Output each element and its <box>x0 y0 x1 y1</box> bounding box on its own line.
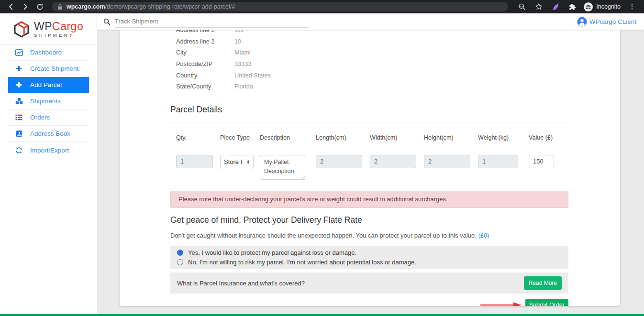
address-row-label: Address line 2 <box>176 38 234 45</box>
add-parcel-card: Address line 1 111 Address line 2 10 Cit… <box>120 30 620 306</box>
sidebar-item-address-book[interactable]: Address Book <box>8 126 89 142</box>
address-row-value: 33333 <box>234 61 251 67</box>
avatar-icon <box>577 17 587 27</box>
cargo-box-logo-icon <box>11 19 32 39</box>
address-row-label: Country <box>176 72 234 79</box>
address-row-label: State/County <box>176 83 234 90</box>
address-bar[interactable]: wpcargo.com/demo/wpcargo-shipping-rate/w… <box>52 2 508 11</box>
insurance-option-label: No, I'm not willing to risk my parcel. I… <box>188 259 416 266</box>
address-row-value: United States <box>234 72 271 79</box>
feather-extension-icon[interactable] <box>550 1 561 12</box>
page-background: Address line 1 111 Address line 2 10 Cit… <box>97 30 644 314</box>
column-header: Length(cm) <box>316 134 370 141</box>
insurance-subtitle-text: Don't get caught without insurance shoul… <box>170 232 477 239</box>
parcel-input-row: Store I ▲▼ My Pallet Description <box>170 155 568 181</box>
radio-unselected-icon[interactable] <box>177 259 183 265</box>
list-icon <box>15 114 23 120</box>
insurance-option-no[interactable]: No, I'm not willing to risk my parcel. I… <box>177 258 562 267</box>
column-header: Description <box>260 134 316 141</box>
sidebar-item-create-shipment[interactable]: Create Shipment <box>8 61 89 77</box>
incognito-icon <box>585 4 591 10</box>
plus-icon <box>15 82 23 88</box>
sidebar-item-label: Address Book <box>30 130 70 137</box>
column-header: Value (£) <box>529 134 563 141</box>
address-row-label: Address line 1 <box>176 30 234 33</box>
search-icon <box>103 18 111 25</box>
address-row: Address line 1 111 <box>176 30 568 36</box>
user-name: WPcargo CLient <box>589 18 636 25</box>
sidebar-item-add-parcel[interactable]: Add Parcel <box>8 77 89 93</box>
sidebar-item-label: Dashboard <box>30 49 62 56</box>
browser-menu-icon[interactable] <box>627 1 637 12</box>
zoom-icon[interactable] <box>517 1 527 12</box>
sidebar-item-label: Create Shipment <box>30 65 78 72</box>
width-input[interactable] <box>370 155 416 168</box>
sidebar: WPCargo SHIPMENT Dashboard Create Shipme… <box>0 13 97 314</box>
read-more-button[interactable]: Read More <box>524 276 562 290</box>
insurance-subtitle: Don't get caught without insurance shoul… <box>170 232 568 239</box>
sidebar-item-label: Add Parcel <box>30 81 62 88</box>
sidebar-item-import-export[interactable]: Import/Export <box>8 142 89 158</box>
address-row: City Miami <box>176 47 568 58</box>
annotation-arrow-icon <box>480 302 522 306</box>
submit-row: Submit Order <box>170 299 568 306</box>
boxes-icon <box>15 98 23 105</box>
qty-input[interactable] <box>176 155 213 168</box>
value-input[interactable] <box>529 155 554 168</box>
lock-icon <box>57 4 63 10</box>
address-row: Postcode/ZIP 33333 <box>176 58 568 70</box>
piece-type-select[interactable]: Store I ▲▼ <box>220 155 254 169</box>
url-domain: wpcargo.com <box>67 3 105 10</box>
insurance-options: Yes, I would like to protect my parcel a… <box>170 246 568 269</box>
height-input[interactable] <box>424 155 470 168</box>
address-book-icon <box>15 130 23 137</box>
plus-icon <box>15 65 23 72</box>
sidebar-item-orders[interactable]: Orders <box>8 109 89 126</box>
sidebar-item-label: Orders <box>30 114 50 121</box>
insurance-question-box: What is Parcel Insurance and what's cove… <box>170 272 568 294</box>
address-row-value: 111 <box>234 30 244 33</box>
divider <box>170 148 568 148</box>
insurance-question: What is Parcel Insurance and what's cove… <box>177 280 305 287</box>
address-row: Country United States <box>176 70 568 81</box>
insurance-title: Get peace of mind. Protect your Delivery… <box>170 215 568 225</box>
address-row-label: City <box>176 49 234 56</box>
app-logo[interactable]: WPCargo SHIPMENT <box>0 13 97 44</box>
submit-order-button[interactable]: Submit Order <box>525 299 568 306</box>
incognito-label: Incognito <box>596 3 621 10</box>
reload-icon[interactable] <box>34 1 45 12</box>
divider <box>170 122 568 122</box>
extensions-puzzle-icon[interactable] <box>567 1 577 12</box>
warning-text: Please note that under-declaring your pa… <box>178 196 448 203</box>
back-icon[interactable] <box>6 1 16 12</box>
sidebar-item-label: Import/Export <box>30 147 69 154</box>
address-row: Address line 2 10 <box>176 36 568 47</box>
description-textarea[interactable]: My Pallet Description <box>260 155 306 180</box>
insurance-value-link[interactable]: (£0) <box>478 232 489 239</box>
insurance-option-label: Yes, I would like to protect my parcel a… <box>188 249 356 256</box>
recycle-icon <box>15 147 23 154</box>
sidebar-item-dashboard[interactable]: Dashboard <box>8 44 89 61</box>
incognito-badge[interactable]: Incognito <box>584 2 621 11</box>
column-header: Piece Type <box>220 134 260 141</box>
length-input[interactable] <box>316 155 362 168</box>
user-account[interactable]: WPcargo CLient <box>577 17 636 27</box>
address-row-value: Miami <box>234 49 251 56</box>
select-arrows-icon: ▲▼ <box>247 160 250 164</box>
surcharge-warning-banner: Please note that under-declaring your pa… <box>170 191 568 208</box>
address-summary: Address line 1 111 Address line 2 10 Cit… <box>170 30 568 92</box>
logo-subtitle: SHIPMENT <box>34 33 83 38</box>
chart-line-icon <box>15 49 23 56</box>
insurance-option-yes[interactable]: Yes, I would like to protect my parcel a… <box>177 248 562 258</box>
track-shipment-input[interactable] <box>115 16 309 28</box>
forward-icon[interactable] <box>20 1 31 12</box>
bookmark-star-icon[interactable] <box>533 1 544 12</box>
address-row: State/County Florida <box>176 81 568 92</box>
radio-selected-icon[interactable] <box>177 250 183 256</box>
sidebar-nav: Dashboard Create Shipment Add Parcel Shi… <box>0 44 97 158</box>
column-header: Height(cm) <box>424 134 478 141</box>
sidebar-item-label: Shipments <box>30 98 61 105</box>
weight-input[interactable] <box>478 155 518 168</box>
sidebar-item-shipments[interactable]: Shipments <box>8 93 89 109</box>
column-header: Width(cm) <box>370 134 424 141</box>
